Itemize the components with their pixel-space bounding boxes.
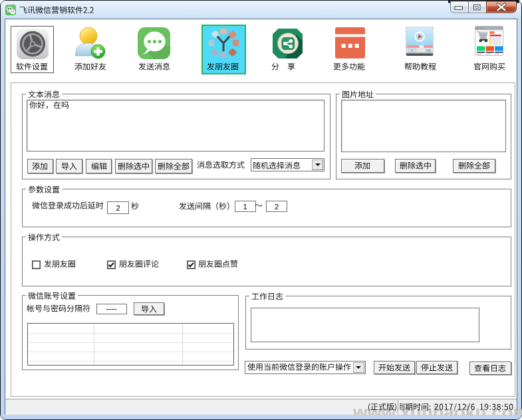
svg-text:HD: HD (426, 49, 431, 52)
